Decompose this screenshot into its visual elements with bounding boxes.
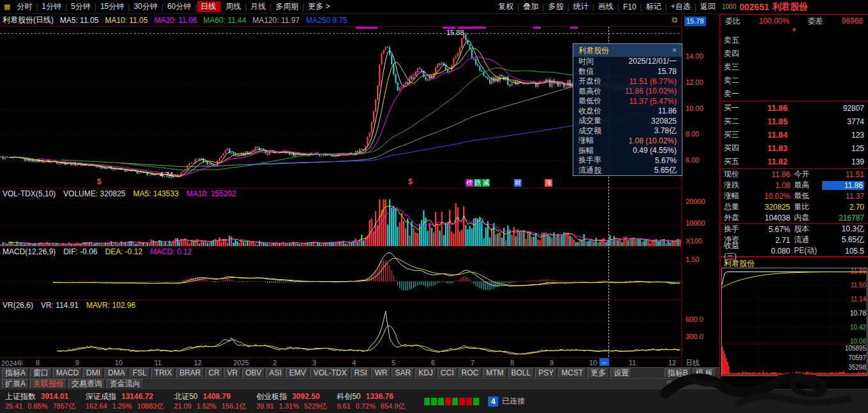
buy-row-2[interactable]: 买二11.853774	[720, 115, 868, 128]
menu-action-adjust-rights[interactable]: 复权	[494, 1, 517, 12]
period-tab-60min[interactable]: 60分钟	[163, 1, 195, 12]
tab-more[interactable]: 更多	[587, 368, 609, 378]
tab-trix[interactable]: TRIX	[151, 368, 175, 378]
sell-row-2[interactable]: 卖二	[720, 74, 868, 87]
tab-settings[interactable]: 设置	[610, 368, 632, 378]
menu-action-add-favorite[interactable]: +自选	[667, 1, 695, 12]
menu-action-back[interactable]: 返回	[696, 1, 719, 12]
buy-row-3[interactable]: 买三11.84123	[720, 128, 868, 141]
period-tab-weekly[interactable]: 周线	[222, 1, 245, 12]
period-tab-multi-period[interactable]: 多周期	[272, 1, 302, 12]
buy-label: 买三	[724, 129, 743, 140]
period-tab-time-sharing[interactable]: 分时	[13, 1, 36, 12]
period-tab-30min[interactable]: 30分钟	[130, 1, 161, 12]
index-line2: 9.610.72%654.9亿	[337, 402, 405, 410]
index-amount: 654.9亿	[381, 402, 406, 410]
sell-row-4[interactable]: 卖四	[720, 47, 868, 61]
popup-row-label: 收盘价	[578, 106, 601, 117]
stat-label: 涨幅	[724, 191, 751, 201]
info-flag-1[interactable]: 跌	[474, 179, 482, 187]
buy-row-5[interactable]: 买五11.82139	[720, 155, 868, 168]
buy-row-1[interactable]: 买一11.8692807	[720, 101, 868, 115]
buy-row-4[interactable]: 买四11.83125	[720, 141, 868, 155]
macd-pane[interactable]: MACD(12,26,9)DIF: -0.06DEA: -0.12MACD: 0…	[0, 246, 681, 300]
index-amount: 5229亿	[304, 402, 327, 410]
index-shenzhen-component[interactable]: 深证成指13146.72162.641.25%10883亿	[85, 392, 163, 410]
close-icon[interactable]: ×	[672, 46, 677, 55]
marker-tick	[533, 27, 541, 29]
tab-cr[interactable]: CR	[205, 368, 223, 378]
tab-fsl[interactable]: FSL	[129, 368, 150, 378]
tab-indicator-a[interactable]: 指标A	[2, 368, 29, 378]
menu-action-multi-stock[interactable]: 多股	[545, 1, 568, 12]
tab-cci[interactable]: CCI	[438, 368, 457, 378]
popup-row: 成交量320825	[573, 116, 682, 126]
index-bse50[interactable]: 北证501408.7921.091.52%156.1亿	[174, 392, 246, 410]
xaxis-month: 4	[352, 359, 356, 366]
period-tab-monthly[interactable]: 月线	[247, 1, 270, 12]
tab-psy[interactable]: PSY	[535, 368, 557, 378]
sell-row-1[interactable]: 卖一	[720, 87, 868, 101]
period-tab-5min[interactable]: 5分钟	[67, 1, 94, 12]
tab-dma[interactable]: DMA	[105, 368, 128, 378]
menu-action-draw-line[interactable]: 画线	[594, 1, 617, 12]
tab-extension-a[interactable]: 扩展A	[2, 379, 29, 389]
menu-action-statistics[interactable]: 统计	[570, 1, 592, 12]
snapshot-icon[interactable]: ⧉	[672, 15, 677, 24]
period-tab-1min[interactable]: 1分钟	[38, 1, 66, 12]
tab-emv[interactable]: EMV	[286, 368, 309, 378]
index-shanghai-composite[interactable]: 上证指数3914.0125.410.65%7857亿	[5, 392, 75, 410]
intraday-mini-chart[interactable]: 11.8611.5011.1410.7810.4210.061058957059…	[721, 268, 867, 377]
popup-row: 数值15.78	[573, 67, 682, 77]
tab-boll[interactable]: BOLL	[508, 368, 534, 378]
ma-label-3: MA60: 11.44	[203, 16, 246, 25]
chart-info-bar: 利君股份(日线) MA5: 11.05MA10: 11.05MA20: 11.0…	[0, 14, 681, 27]
tab-window[interactable]: 窗口	[30, 368, 52, 378]
menu-action-mark[interactable]: 标记	[642, 1, 665, 12]
info-flag-3[interactable]: 财	[514, 179, 522, 187]
tab-brar[interactable]: BRAR	[176, 368, 203, 378]
heat-cell	[431, 398, 437, 405]
tab-dmi[interactable]: DMI	[83, 368, 103, 378]
tab-macd[interactable]: MACD	[53, 368, 82, 378]
tab-trade-query[interactable]: 交易查询	[68, 379, 105, 389]
info-flag-0[interactable]: 榜	[466, 179, 473, 187]
stat-label: 换手	[724, 224, 751, 235]
info-flag-4[interactable]: 涨	[545, 179, 552, 187]
volume-pane[interactable]: VOL-TDX(5,10)VOLUME: 320825MA5: 143533MA…	[0, 188, 681, 246]
period-tab-daily[interactable]: 日线	[197, 1, 220, 12]
stat-label2: 量比	[794, 201, 822, 212]
connection-count[interactable]: 4	[488, 396, 498, 407]
popup-row-value: 11.51 (6.77%)	[629, 77, 677, 86]
tab-wr[interactable]: WR	[371, 368, 390, 378]
tab-fund-flow[interactable]: 资金流向	[107, 379, 143, 389]
macd-value-2: MACD: 0.12	[150, 247, 191, 256]
tab-related-quotes[interactable]: 关联报价	[30, 379, 67, 389]
tab-mtm[interactable]: MTM	[483, 368, 506, 378]
mini-chart-tab[interactable]: 利君股份	[720, 257, 868, 267]
sell-row-3[interactable]: 卖三	[720, 61, 868, 74]
period-tab-15min[interactable]: 15分钟	[96, 1, 128, 12]
period-tab-more[interactable]: 更多 >	[304, 1, 334, 12]
menu-action-overlay[interactable]: 叠加	[519, 1, 542, 12]
tab-vol-tdx[interactable]: VOL-TDX	[310, 368, 349, 378]
tab-vr[interactable]: VR	[224, 368, 241, 378]
tab-kdj[interactable]: KDJ	[415, 368, 436, 378]
menu-action-f10[interactable]: F10	[619, 3, 640, 11]
index-star50[interactable]: 科创501336.769.610.72%654.9亿	[337, 392, 405, 410]
volume-header: VOL-TDX(5,10)VOLUME: 320825MA5: 143533MA…	[3, 189, 236, 198]
xaxis-month: 10	[115, 359, 122, 366]
popup-title-bar[interactable]: 利君股份 ×	[573, 44, 682, 57]
tab-asi[interactable]: ASI	[266, 368, 284, 378]
index-change: 39.91	[256, 402, 274, 410]
vr-pane[interactable]: VR(26,6)VR: 114.91MAVR: 102.96	[0, 300, 681, 357]
function-tabs-row: 扩展A关联报价交易查询资金流向图	[0, 378, 719, 389]
tab-obv[interactable]: OBV	[242, 368, 265, 378]
tab-rsi[interactable]: RSI	[351, 368, 370, 378]
info-flag-2[interactable]: 减	[482, 179, 490, 187]
sell-row-5[interactable]: 卖五	[720, 34, 868, 47]
tab-mcst[interactable]: MCST	[558, 368, 586, 378]
tab-roc[interactable]: ROC	[459, 368, 482, 378]
tab-sar[interactable]: SAR	[392, 368, 414, 378]
index-chinext-index[interactable]: 创业板指3092.5039.911.31%5229亿	[256, 392, 327, 410]
